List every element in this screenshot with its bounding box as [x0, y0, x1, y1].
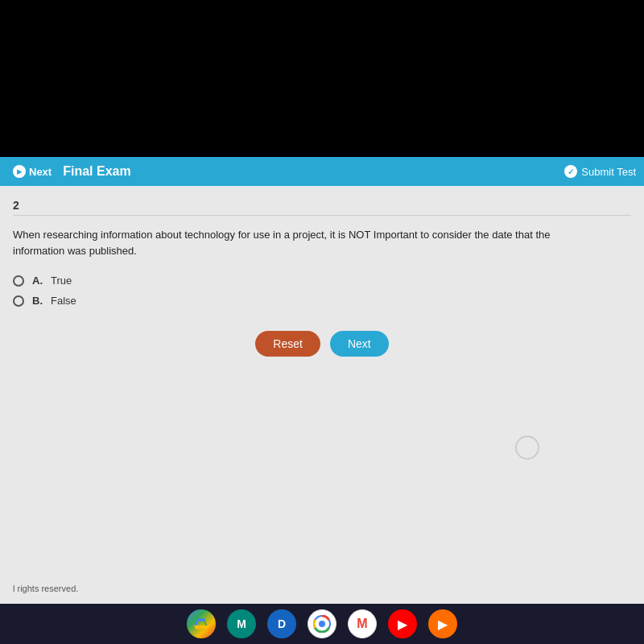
taskbar-youtube-icon[interactable]: ▶	[388, 609, 417, 638]
question-text: When researching information about techn…	[13, 227, 592, 258]
options-container: A. True B. False	[13, 275, 631, 307]
header-next-button[interactable]: Next	[8, 163, 56, 180]
next-arrow-icon	[13, 165, 26, 178]
taskbar: M D M ▶ ▶	[0, 604, 644, 644]
option-b-radio[interactable]	[13, 295, 24, 307]
decorative-circle	[515, 436, 539, 460]
option-a-label: A.	[32, 275, 43, 287]
top-black-area	[0, 0, 644, 157]
taskbar-gmail-icon[interactable]: M	[348, 609, 377, 638]
taskbar-docs-icon[interactable]: D	[267, 609, 296, 638]
footer-rights-text: l rights reserved.	[13, 584, 78, 593]
option-b-label: B.	[32, 295, 43, 307]
header-bar: Next Final Exam Submit Test	[0, 157, 644, 186]
submit-test-label: Submit Test	[581, 166, 636, 178]
gmail-m-letter: M	[357, 617, 367, 631]
exam-title: Final Exam	[63, 164, 130, 179]
footer-area: l rights reserved.	[0, 576, 644, 600]
option-a-value: True	[51, 275, 72, 287]
reset-button[interactable]: Reset	[255, 331, 320, 357]
option-a-row: A. True	[13, 275, 631, 287]
header-next-label: Next	[29, 166, 52, 178]
next-button[interactable]: Next	[330, 331, 389, 357]
option-b-row: B. False	[13, 295, 631, 307]
svg-point-1	[319, 621, 325, 627]
main-content-area: 2 When researching information about tec…	[0, 186, 644, 605]
taskbar-chrome-icon[interactable]	[308, 609, 336, 638]
submit-check-icon	[564, 165, 577, 178]
submit-test-button[interactable]: Submit Test	[564, 165, 636, 178]
question-number: 2	[13, 196, 631, 216]
taskbar-meet-icon[interactable]: M	[227, 609, 256, 638]
taskbar-drive-icon[interactable]	[187, 609, 216, 638]
action-buttons-row: Reset Next	[13, 331, 631, 357]
taskbar-play-icon[interactable]: ▶	[428, 609, 457, 638]
option-b-value: False	[51, 295, 76, 307]
option-a-radio[interactable]	[13, 275, 24, 287]
